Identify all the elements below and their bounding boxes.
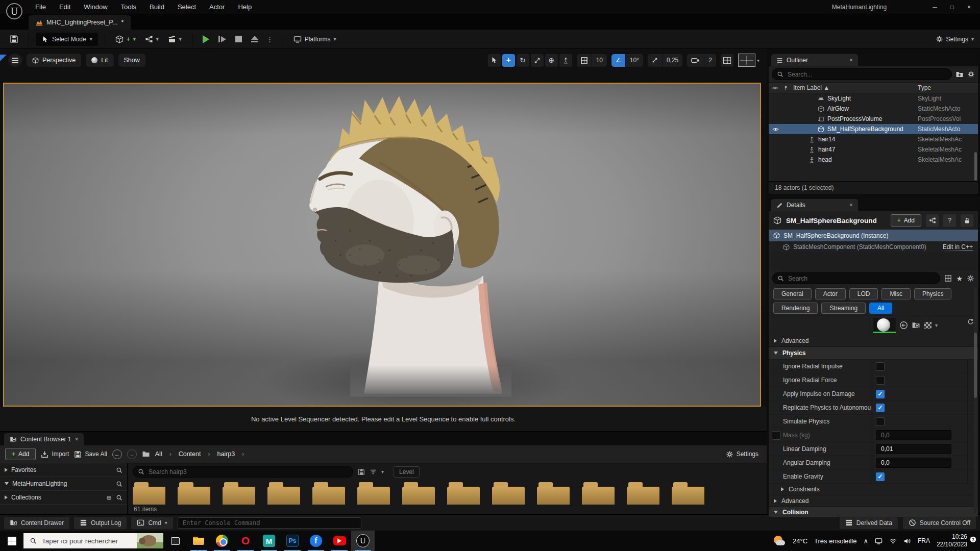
rotation-snap-control[interactable]: ∠ 10°: [611, 54, 643, 67]
view-mode-dropdown[interactable]: Lit: [86, 54, 113, 67]
tab-lighting-preset[interactable]: MHC_LightingPreset_P... *: [29, 15, 131, 30]
section-collision[interactable]: Collision: [769, 507, 978, 517]
clock[interactable]: 10:26 22/10/2023: [937, 533, 967, 548]
task-view-button[interactable]: [163, 531, 187, 551]
filter-chip-streaming[interactable]: Streaming: [821, 303, 866, 314]
details-scrollbar-track[interactable]: [974, 288, 977, 514]
outliner-row-hair47[interactable]: hair47 SkeletalMeshAc: [769, 144, 978, 155]
outliner-search-input[interactable]: [787, 70, 947, 79]
search-icon[interactable]: [116, 481, 122, 487]
search-icon[interactable]: [116, 467, 122, 473]
expand-arrow-icon[interactable]: [774, 499, 777, 503]
filter-chip-physics[interactable]: Physics: [914, 288, 951, 299]
screen-cast-icon[interactable]: [875, 537, 883, 545]
outliner-row-postprocessvolume[interactable]: PostProcessVolume PostProcessVol: [769, 114, 978, 124]
derived-data-button[interactable]: Derived Data: [840, 517, 898, 529]
menu-select[interactable]: Select: [171, 0, 203, 14]
source-control-button[interactable]: Source Control Off: [903, 517, 976, 529]
close-icon[interactable]: ×: [849, 57, 853, 64]
menu-build[interactable]: Build: [143, 0, 171, 14]
checkbox[interactable]: [876, 362, 885, 371]
rotation-snap-value[interactable]: 10°: [625, 54, 643, 67]
tray-expand-chevron[interactable]: ∧: [863, 537, 868, 545]
taskbar-chrome[interactable]: [210, 531, 234, 551]
taskbar-maya[interactable]: M: [257, 531, 281, 551]
folder-thumbnail[interactable]: [402, 482, 438, 505]
angular-damping-field[interactable]: [876, 458, 951, 468]
section-constraints[interactable]: Constraints: [769, 483, 978, 495]
surface-snapping-toggle[interactable]: [559, 54, 572, 67]
blueprints-button[interactable]: ▾: [141, 33, 162, 46]
wifi-icon[interactable]: [889, 537, 897, 545]
output-log-button[interactable]: Output Log: [74, 517, 127, 529]
collapse-arrow-icon[interactable]: [774, 352, 778, 355]
outliner-tab[interactable]: Outliner ×: [771, 54, 858, 66]
folder-thumbnail[interactable]: [537, 482, 573, 505]
filter-chip-all[interactable]: All: [869, 303, 892, 314]
filter-chip-actor[interactable]: Actor: [815, 288, 846, 299]
gear-icon[interactable]: [967, 70, 975, 78]
lock-button[interactable]: [961, 214, 973, 227]
mass-field[interactable]: [876, 430, 951, 440]
console-command-input[interactable]: [178, 517, 361, 529]
save-all-button[interactable]: Save All: [74, 450, 107, 458]
filter-chip-rendering[interactable]: Rendering: [773, 303, 818, 314]
linear-damping-field[interactable]: [876, 444, 951, 454]
menu-edit[interactable]: Edit: [53, 0, 77, 14]
outliner-row-skylight[interactable]: SkyLight SkyLight: [769, 93, 978, 104]
play-button[interactable]: [199, 33, 213, 46]
rotate-tool-button[interactable]: ↻: [517, 54, 529, 67]
folder-thumbnail[interactable]: [582, 482, 618, 505]
visibility-eye-icon[interactable]: [772, 126, 779, 133]
scale-snap-value[interactable]: 0,25: [662, 54, 682, 67]
checkbox-checked[interactable]: ✓: [876, 472, 885, 481]
maximize-button[interactable]: □: [950, 4, 954, 11]
sidebar-item-project[interactable]: MetaHumanLighting: [0, 477, 127, 491]
back-button[interactable]: ←: [112, 449, 122, 459]
checkbox-checked[interactable]: ✓: [876, 390, 885, 398]
outliner-column-header[interactable]: Item Label ▲ Type: [769, 82, 978, 93]
world-space-toggle[interactable]: ⊕: [545, 54, 558, 67]
forward-button[interactable]: →: [127, 449, 137, 459]
menu-help[interactable]: Help: [231, 0, 258, 14]
section-advanced-2[interactable]: Advanced: [769, 495, 978, 507]
select-tool-button[interactable]: [488, 54, 501, 67]
outliner-scrollbar[interactable]: [974, 152, 977, 181]
close-button[interactable]: ×: [967, 4, 971, 11]
folder-thumbnail[interactable]: [223, 482, 258, 505]
item-label-column[interactable]: Item Label ▲: [790, 84, 918, 91]
viewport-options-menu[interactable]: [8, 54, 22, 67]
filter-chip-general[interactable]: General: [773, 288, 812, 299]
move-tool-button[interactable]: +: [502, 54, 515, 67]
camera-speed-value[interactable]: 2: [704, 54, 716, 67]
level-filter-chip[interactable]: Level: [394, 466, 420, 478]
viewport-extras-chevron[interactable]: ▾: [757, 58, 760, 63]
section-physics[interactable]: Physics: [769, 346, 978, 359]
grid-snap-control[interactable]: 10: [577, 54, 607, 67]
taskbar-opera[interactable]: O: [234, 531, 257, 551]
cmd-dropdown[interactable]: Cmd▾: [131, 517, 173, 529]
use-selected-asset-icon[interactable]: [899, 321, 908, 330]
weather-icon[interactable]: [773, 535, 786, 546]
details-tab[interactable]: Details ×: [771, 199, 858, 211]
start-button[interactable]: [0, 531, 23, 551]
editor-settings-dropdown[interactable]: Settings▾: [936, 35, 974, 43]
viewport-layout-button[interactable]: [721, 54, 733, 67]
play-options-menu[interactable]: ⋮: [264, 35, 276, 43]
favorites-star-icon[interactable]: ★: [956, 274, 963, 283]
taskbar-photoshop[interactable]: Ps: [281, 531, 304, 551]
menu-tools[interactable]: Tools: [114, 0, 143, 14]
eject-button[interactable]: [248, 33, 262, 45]
blueprint-button[interactable]: [926, 214, 939, 227]
taskbar-youtube[interactable]: [328, 531, 351, 551]
frame-skip-button[interactable]: [215, 33, 230, 45]
gear-icon[interactable]: [967, 274, 974, 282]
language-indicator[interactable]: FRA: [918, 537, 930, 544]
screen-percentage-preview[interactable]: [738, 54, 755, 67]
add-component-button[interactable]: +Add: [891, 214, 921, 227]
folder-thumbnail[interactable]: [672, 482, 707, 505]
type-column[interactable]: Type: [918, 84, 978, 91]
checkbox[interactable]: [876, 417, 885, 426]
outliner-row-head[interactable]: head SkeletalMeshAc: [769, 155, 978, 165]
sidebar-item-collections[interactable]: Collections ⊕: [0, 491, 127, 505]
